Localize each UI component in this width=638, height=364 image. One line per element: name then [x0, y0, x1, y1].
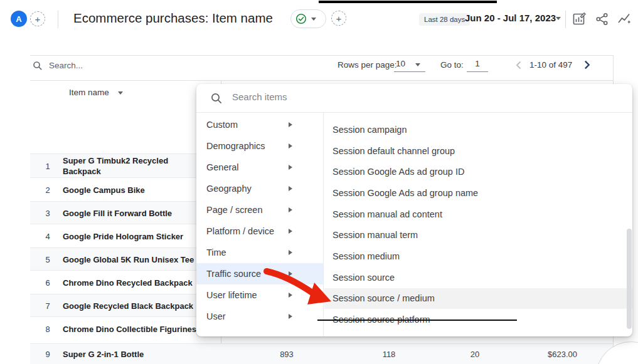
check-circle-icon	[295, 13, 307, 24]
header-divider-2	[565, 11, 566, 28]
rows-per-page-label: Rows per page:	[338, 60, 397, 70]
item-name: Chrome Dino Collectible Figurines	[63, 324, 196, 333]
dimension-item-session-google-ads-ad-group-name[interactable]: Session Google Ads ad group name	[324, 182, 632, 204]
dimension-item-session-manual-term[interactable]: Session manual term	[324, 224, 632, 246]
submenu-arrow-icon	[289, 250, 292, 255]
submenu-arrow-icon	[289, 293, 292, 298]
menu-scrollbar[interactable]	[627, 229, 632, 329]
row-number: 1	[35, 161, 60, 170]
date-preset-badge: Last 28 days	[419, 13, 470, 26]
dimension-item-session-campaign[interactable]: Session campaign	[324, 119, 632, 140]
menu-search-icon	[210, 92, 223, 107]
submenu-arrow-icon	[289, 207, 292, 212]
category-custom[interactable]: Custom	[196, 114, 323, 135]
submenu-arrow-icon	[289, 143, 292, 148]
category-traffic-source[interactable]: Traffic source	[196, 263, 323, 284]
column-sort-chevron-icon[interactable]	[118, 91, 123, 95]
category-time[interactable]: Time	[196, 242, 323, 263]
metric-value: $623.00	[483, 350, 577, 359]
dimension-item-session-source[interactable]: Session source	[324, 267, 632, 288]
category-platform-device[interactable]: Platform / device	[196, 221, 323, 242]
item-name: Google Global 5K Run Unisex Tee	[63, 254, 194, 264]
category-label: General	[206, 162, 239, 172]
table-search-input[interactable]	[49, 60, 187, 71]
row-number: 9	[35, 350, 60, 359]
avatar[interactable]: A	[11, 11, 27, 27]
go-to-label: Go to:	[440, 60, 464, 70]
previous-page-icon[interactable]	[513, 60, 524, 71]
row-number: 6	[35, 278, 60, 287]
row-number: 2	[35, 185, 60, 194]
menu-search-input[interactable]	[232, 91, 483, 102]
pagination-range: 1-10 of 497	[529, 60, 572, 70]
row-number: 5	[35, 254, 60, 264]
category-column: Custom Demographics General Geography Pa…	[196, 113, 324, 336]
item-name: Google Pride Hologram Sticker	[63, 231, 183, 241]
redaction-line-annotation	[319, 1, 497, 3]
submenu-arrow-icon	[289, 314, 292, 319]
item-name: Chrome Dino Recycled Backpack	[63, 278, 193, 287]
customize-report-icon[interactable]	[571, 11, 587, 27]
category-page-screen[interactable]: Page / screen	[196, 199, 323, 221]
category-label: User lifetime	[206, 290, 257, 300]
date-chevron-down-icon[interactable]	[556, 17, 561, 20]
submenu-arrow-icon	[289, 186, 292, 191]
category-label: Page / screen	[206, 205, 262, 215]
submenu-arrow-icon	[289, 122, 292, 127]
add-comparison-button[interactable]	[30, 11, 45, 26]
category-label: User	[206, 311, 226, 321]
add-report-tab-button[interactable]	[331, 11, 346, 26]
ga4-report-screen: A Ecommerce purchases: Item name Last 28…	[0, 0, 638, 364]
submenu-arrow-icon	[289, 229, 292, 234]
next-page-icon[interactable]	[581, 59, 593, 71]
page-title: Ecommerce purchases: Item name	[73, 11, 273, 26]
strikethrough-annotation	[317, 320, 517, 321]
table-row[interactable]: 9 Super G 2-in-1 Bottle 893 118 20 $623.…	[30, 343, 613, 364]
dimension-item-session-manual-ad-content[interactable]: Session manual ad content	[324, 204, 632, 225]
category-label: Platform / device	[206, 226, 274, 236]
dimension-item-session-source-medium[interactable]: Session source / medium	[324, 288, 632, 309]
category-geography[interactable]: Geography	[196, 178, 323, 199]
item-name: Super G 2-in-1 Bottle	[63, 350, 144, 359]
dimension-item-session-google-ads-ad-group-id[interactable]: Session Google Ads ad group ID	[324, 161, 632, 182]
header-divider	[58, 11, 58, 28]
row-number: 3	[35, 208, 60, 217]
category-label: Geography	[206, 184, 252, 194]
insights-icon[interactable]	[616, 11, 632, 27]
row-number: 8	[35, 324, 60, 333]
row-number: 4	[35, 231, 60, 241]
item-name: Google Fill it Forward Bottle	[63, 208, 172, 217]
item-name: Google Campus Bike	[63, 185, 145, 194]
category-user[interactable]: User	[196, 306, 323, 327]
card-top-border	[30, 55, 613, 56]
category-label: Traffic source	[206, 269, 261, 279]
chevron-down-icon	[311, 18, 316, 21]
dimension-item-session-default-channel-group[interactable]: Session default channel group	[324, 140, 632, 162]
rows-per-page-select[interactable]: 10	[394, 59, 425, 72]
date-range-selector[interactable]: Jun 20 - Jul 17, 2023	[465, 13, 556, 23]
submenu-arrow-icon	[289, 165, 292, 170]
category-label: Demographics	[206, 141, 265, 151]
search-icon	[33, 61, 43, 73]
dimension-item-session-medium[interactable]: Session medium	[324, 246, 632, 267]
share-icon[interactable]	[593, 11, 610, 27]
go-to-input[interactable]: 1	[467, 59, 488, 72]
category-demographics[interactable]: Demographics	[196, 135, 323, 157]
row-number: 7	[35, 301, 60, 310]
item-name: Super G Timbuk2 Recycled Backpack	[63, 155, 185, 177]
category-label: Time	[206, 247, 226, 257]
report-status-button[interactable]	[290, 9, 326, 28]
item-name-column-header[interactable]: Item name	[69, 88, 109, 97]
category-label: Custom	[206, 120, 238, 130]
category-general[interactable]: General	[196, 157, 323, 178]
dimension-item-column: Session campaign Session default channel…	[324, 113, 632, 336]
menu-search-row[interactable]	[196, 84, 632, 113]
category-user-lifetime[interactable]: User lifetime	[196, 284, 323, 306]
submenu-arrow-icon	[289, 271, 292, 276]
dimension-picker-menu: Custom Demographics General Geography Pa…	[196, 84, 632, 336]
rows-per-page-chevron-icon[interactable]	[415, 63, 420, 66]
item-name: Google Recycled Black Backpack	[63, 301, 193, 310]
header-row-border	[30, 80, 613, 81]
